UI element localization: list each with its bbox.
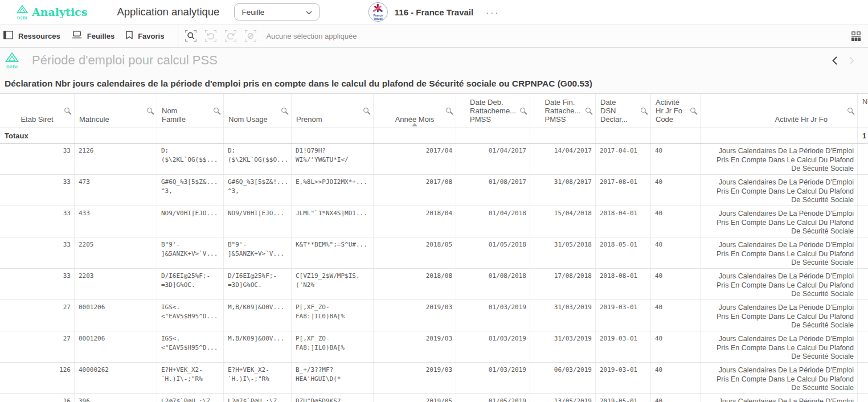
- cell-date_fin[interactable]: 15/04/2018: [530, 206, 596, 237]
- cell-annee_mois[interactable]: 2017/08: [374, 175, 456, 206]
- search-icon[interactable]: [64, 108, 69, 113]
- redo-selection-button[interactable]: [223, 28, 238, 43]
- cell-nom_usage[interactable]: E?H+VEK_X2- `H.)I\-;"R%: [224, 363, 292, 393]
- cell-nb[interactable]: [858, 143, 868, 174]
- column-header-etab[interactable]: Etab Siret: [0, 94, 75, 128]
- cell-date_deb[interactable]: 01/08/2018: [456, 269, 530, 300]
- search-icon[interactable]: [586, 108, 591, 113]
- search-icon[interactable]: [281, 108, 286, 113]
- cell-code[interactable]: 40: [651, 394, 701, 402]
- cell-nb[interactable]: [858, 237, 868, 268]
- undo-selection-button[interactable]: [203, 28, 218, 43]
- cell-date_deb[interactable]: 01/04/2017: [456, 143, 530, 174]
- cell-activite[interactable]: Jours Calendaires De La Période D'Emploi…: [701, 331, 858, 362]
- cell-date_deb[interactable]: 01/03/2019: [456, 300, 530, 331]
- cell-etab[interactable]: 126: [0, 363, 75, 393]
- cell-date_dsn[interactable]: 2019-03-01: [596, 300, 651, 331]
- cell-activite[interactable]: Jours Calendaires De La Période D'Emploi…: [701, 394, 858, 402]
- smart-search-button[interactable]: [183, 28, 198, 43]
- sheet-selector-dropdown[interactable]: Feuille: [234, 3, 320, 20]
- cell-annee_mois[interactable]: 2017/04: [374, 143, 456, 174]
- cell-prenom[interactable]: C[VZ19_2$W/MP$IS. ('N2%: [292, 269, 374, 300]
- search-icon[interactable]: [690, 108, 695, 113]
- cell-date_fin[interactable]: 14/04/2017: [530, 143, 596, 174]
- cell-date_fin[interactable]: 17/08/2018: [530, 269, 596, 300]
- cell-nom_usage[interactable]: M,B/K09]&O0V...: [224, 331, 292, 362]
- column-header-nb[interactable]: Nb...: [858, 94, 868, 128]
- cell-etab[interactable]: 33: [0, 206, 75, 237]
- cell-date_dsn[interactable]: 2017-04-01: [596, 143, 651, 174]
- previous-sheet-button[interactable]: [826, 52, 843, 69]
- cell-date_deb[interactable]: 01/03/2019: [456, 363, 530, 393]
- column-header-nom_famille[interactable]: Nom Famille: [157, 94, 224, 128]
- cell-annee_mois[interactable]: 2019/03: [374, 363, 456, 393]
- cell-prenom[interactable]: B_+/3??MF? HEA'HGUI\D(*: [292, 363, 374, 393]
- cell-date_dsn[interactable]: 2019-03-01: [596, 363, 651, 393]
- search-icon[interactable]: [147, 108, 152, 113]
- cell-date_fin[interactable]: 31/08/2017: [530, 175, 596, 206]
- cell-date_fin[interactable]: 31/05/2018: [530, 237, 596, 268]
- cell-activite[interactable]: Jours Calendaires De La Période D'Emploi…: [701, 363, 858, 393]
- column-header-code[interactable]: Activité Hr Jr Fo Code: [651, 94, 701, 128]
- cell-nb[interactable]: [858, 363, 868, 393]
- cell-nb[interactable]: [858, 269, 868, 300]
- column-header-nom_usage[interactable]: Nom Usage: [224, 94, 292, 128]
- column-header-activite[interactable]: Activité Hr Jr Fo: [701, 94, 858, 128]
- cell-matricule[interactable]: 2126: [75, 143, 157, 174]
- cell-nom_famille[interactable]: D; ($\2KL`OG($$...: [157, 143, 224, 174]
- cell-code[interactable]: 40: [651, 206, 701, 237]
- column-header-date_dsn[interactable]: Date DSN Déclar...: [596, 94, 651, 128]
- cell-matricule[interactable]: 433: [75, 206, 157, 237]
- cell-matricule[interactable]: 40000262: [75, 363, 157, 393]
- cell-nom_usage[interactable]: D; ($\2KL`OG($$O...: [224, 143, 292, 174]
- cell-nb[interactable]: [858, 175, 868, 206]
- cell-date_fin[interactable]: 06/03/2019: [530, 363, 596, 393]
- sheets-button[interactable]: Feuilles: [71, 31, 122, 41]
- cell-date_dsn[interactable]: 2018-05-01: [596, 237, 651, 268]
- cell-nom_famille[interactable]: D/I6EI@25%F;- =3D]G%OC.: [157, 269, 224, 300]
- cell-date_dsn[interactable]: 2018-04-01: [596, 206, 651, 237]
- search-icon[interactable]: [520, 108, 525, 113]
- cell-nb[interactable]: [858, 331, 868, 362]
- resources-button[interactable]: Ressources: [2, 31, 68, 42]
- cell-nom_famille[interactable]: E?H+VEK_X2- `H.)I\-;"R%: [157, 363, 224, 393]
- cell-etab[interactable]: 33: [0, 237, 75, 268]
- cell-activite[interactable]: Jours Calendaires De La Période D'Emploi…: [701, 175, 858, 206]
- cell-annee_mois[interactable]: 2019/03: [374, 300, 456, 331]
- cell-date_dsn[interactable]: 2017-08-01: [596, 175, 651, 206]
- cell-nb[interactable]: [858, 394, 868, 402]
- cell-annee_mois[interactable]: 2018/05: [374, 237, 456, 268]
- cell-date_deb[interactable]: 01/04/2018: [456, 206, 530, 237]
- cell-prenom[interactable]: DZU"D@5D9KS?: [292, 394, 374, 402]
- cell-nom_usage[interactable]: NO9/V0HI[EJO...: [224, 206, 292, 237]
- cell-matricule[interactable]: 396: [75, 394, 157, 402]
- cell-date_fin[interactable]: 13/05/2019: [530, 394, 596, 402]
- cell-nom_usage[interactable]: D/I6EI@25%F;- =3D]G%OC.: [224, 269, 292, 300]
- cell-matricule[interactable]: 473: [75, 175, 157, 206]
- column-header-date_deb[interactable]: Date Deb. Rattacheme... PMSS: [456, 94, 530, 128]
- cell-activite[interactable]: Jours Calendaires De La Période D'Emploi…: [701, 300, 858, 331]
- cell-activite[interactable]: Jours Calendaires De La Période D'Emploi…: [701, 237, 858, 268]
- cell-matricule[interactable]: 0001206: [75, 300, 157, 331]
- cell-code[interactable]: 40: [651, 269, 701, 300]
- next-sheet-button[interactable]: [843, 52, 860, 69]
- cell-nom_famille[interactable]: NO9/V0HI[EJO...: [157, 206, 224, 237]
- search-icon[interactable]: [446, 108, 451, 113]
- cell-prenom[interactable]: P[,XF_ZO- FA8:]IL0)BA[%: [292, 331, 374, 362]
- cell-matricule[interactable]: 2205: [75, 237, 157, 268]
- cell-annee_mois[interactable]: 2019/05: [374, 394, 456, 402]
- cell-prenom[interactable]: P[,XF_ZO- FA8:]IL0)BA[%: [292, 300, 374, 331]
- cell-date_fin[interactable]: 31/03/2019: [530, 300, 596, 331]
- search-icon[interactable]: [641, 108, 646, 113]
- cell-nb[interactable]: [858, 300, 868, 331]
- search-icon[interactable]: [847, 108, 853, 113]
- clear-selections-button[interactable]: [243, 28, 258, 43]
- column-header-prenom[interactable]: Prenom: [292, 94, 374, 128]
- cell-date_fin[interactable]: 31/03/2019: [530, 331, 596, 362]
- search-icon[interactable]: [214, 108, 219, 113]
- cell-prenom[interactable]: K&T**BEM%";=S^U#...: [292, 237, 374, 268]
- cell-nom_usage[interactable]: G#6Q_%3[5$Z&!... ^3,: [224, 175, 292, 206]
- search-icon[interactable]: [363, 108, 369, 113]
- cell-date_deb[interactable]: 01/05/2019: [456, 394, 530, 402]
- cell-prenom[interactable]: D1!Q79H? WI%/'YW&TU*I</: [292, 143, 374, 174]
